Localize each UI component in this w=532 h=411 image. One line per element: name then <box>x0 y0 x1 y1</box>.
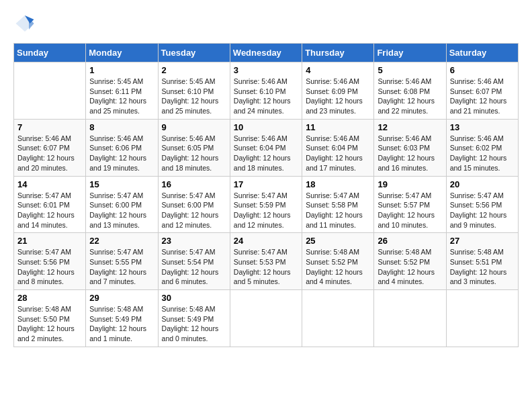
calendar-cell: 17Sunrise: 5:47 AM Sunset: 5:59 PM Dayli… <box>230 176 302 233</box>
calendar-cell: 30Sunrise: 5:48 AM Sunset: 5:49 PM Dayli… <box>158 290 230 347</box>
calendar-cell: 6Sunrise: 5:46 AM Sunset: 6:07 PM Daylig… <box>446 62 518 120</box>
day-number: 6 <box>450 65 515 75</box>
day-info: Sunrise: 5:46 AM Sunset: 6:05 PM Dayligh… <box>162 134 226 173</box>
day-number: 1 <box>89 65 154 75</box>
day-info: Sunrise: 5:47 AM Sunset: 5:58 PM Dayligh… <box>306 191 370 230</box>
day-number: 5 <box>378 65 442 75</box>
day-number: 26 <box>378 236 442 246</box>
calendar-cell: 10Sunrise: 5:46 AM Sunset: 6:04 PM Dayli… <box>230 119 302 176</box>
day-info: Sunrise: 5:46 AM Sunset: 6:03 PM Dayligh… <box>378 134 442 173</box>
day-number: 22 <box>89 236 154 246</box>
week-row-3: 14Sunrise: 5:47 AM Sunset: 6:01 PM Dayli… <box>14 176 519 233</box>
logo-icon <box>15 13 35 34</box>
day-info: Sunrise: 5:46 AM Sunset: 6:07 PM Dayligh… <box>17 134 82 173</box>
day-number: 18 <box>306 179 370 189</box>
day-info: Sunrise: 5:48 AM Sunset: 5:49 PM Dayligh… <box>162 304 226 344</box>
day-info: Sunrise: 5:47 AM Sunset: 6:00 PM Dayligh… <box>89 191 154 230</box>
calendar-cell: 2Sunrise: 5:45 AM Sunset: 6:10 PM Daylig… <box>158 62 230 120</box>
day-number: 19 <box>378 179 442 189</box>
calendar-cell: 13Sunrise: 5:46 AM Sunset: 6:02 PM Dayli… <box>446 119 518 176</box>
day-number: 3 <box>234 65 298 75</box>
day-info: Sunrise: 5:48 AM Sunset: 5:49 PM Dayligh… <box>89 304 154 344</box>
day-number: 29 <box>89 293 154 303</box>
day-info: Sunrise: 5:47 AM Sunset: 5:54 PM Dayligh… <box>162 247 226 287</box>
calendar-cell: 8Sunrise: 5:46 AM Sunset: 6:06 PM Daylig… <box>86 119 158 176</box>
calendar-cell: 7Sunrise: 5:46 AM Sunset: 6:07 PM Daylig… <box>14 119 86 176</box>
calendar-cell: 11Sunrise: 5:46 AM Sunset: 6:04 PM Dayli… <box>302 119 374 176</box>
calendar-cell <box>374 290 446 347</box>
day-info: Sunrise: 5:46 AM Sunset: 6:07 PM Dayligh… <box>450 77 515 116</box>
calendar-cell: 4Sunrise: 5:46 AM Sunset: 6:09 PM Daylig… <box>302 62 374 120</box>
day-info: Sunrise: 5:47 AM Sunset: 5:53 PM Dayligh… <box>234 247 298 287</box>
calendar-cell: 25Sunrise: 5:48 AM Sunset: 5:52 PM Dayli… <box>302 233 374 290</box>
day-info: Sunrise: 5:48 AM Sunset: 5:52 PM Dayligh… <box>306 247 370 287</box>
day-info: Sunrise: 5:46 AM Sunset: 6:02 PM Dayligh… <box>450 134 515 173</box>
day-number: 7 <box>17 122 82 132</box>
day-info: Sunrise: 5:47 AM Sunset: 6:01 PM Dayligh… <box>17 191 82 230</box>
day-number: 25 <box>306 236 370 246</box>
calendar-cell <box>230 290 302 347</box>
day-info: Sunrise: 5:46 AM Sunset: 6:04 PM Dayligh… <box>306 134 370 173</box>
day-info: Sunrise: 5:46 AM Sunset: 6:04 PM Dayligh… <box>234 134 298 173</box>
page-header <box>13 13 519 36</box>
calendar-cell: 3Sunrise: 5:46 AM Sunset: 6:10 PM Daylig… <box>230 62 302 120</box>
day-number: 27 <box>450 236 515 246</box>
day-number: 4 <box>306 65 370 75</box>
calendar-cell <box>302 290 374 347</box>
day-number: 16 <box>162 179 226 189</box>
day-info: Sunrise: 5:47 AM Sunset: 5:59 PM Dayligh… <box>234 191 298 230</box>
calendar-cell: 15Sunrise: 5:47 AM Sunset: 6:00 PM Dayli… <box>86 176 158 233</box>
calendar-cell <box>446 290 518 347</box>
day-number: 23 <box>162 236 226 246</box>
day-number: 10 <box>234 122 298 132</box>
day-info: Sunrise: 5:45 AM Sunset: 6:11 PM Dayligh… <box>89 77 154 116</box>
day-number: 13 <box>450 122 515 132</box>
header-sunday: Sunday <box>14 44 86 62</box>
calendar-cell: 20Sunrise: 5:47 AM Sunset: 5:56 PM Dayli… <box>446 176 518 233</box>
calendar-table: SundayMondayTuesdayWednesdayThursdayFrid… <box>13 43 519 347</box>
day-number: 8 <box>89 122 154 132</box>
header-saturday: Saturday <box>446 44 518 62</box>
day-info: Sunrise: 5:47 AM Sunset: 5:56 PM Dayligh… <box>17 247 82 287</box>
day-info: Sunrise: 5:47 AM Sunset: 5:55 PM Dayligh… <box>89 247 154 287</box>
day-number: 9 <box>162 122 226 132</box>
calendar-cell: 24Sunrise: 5:47 AM Sunset: 5:53 PM Dayli… <box>230 233 302 290</box>
week-row-5: 28Sunrise: 5:48 AM Sunset: 5:50 PM Dayli… <box>14 290 519 347</box>
calendar-cell: 14Sunrise: 5:47 AM Sunset: 6:01 PM Dayli… <box>14 176 86 233</box>
calendar-cell: 28Sunrise: 5:48 AM Sunset: 5:50 PM Dayli… <box>14 290 86 347</box>
day-number: 17 <box>234 179 298 189</box>
day-info: Sunrise: 5:47 AM Sunset: 5:57 PM Dayligh… <box>378 191 442 230</box>
day-number: 21 <box>17 236 82 246</box>
day-number: 20 <box>450 179 515 189</box>
day-number: 30 <box>162 293 226 303</box>
week-row-1: 1Sunrise: 5:45 AM Sunset: 6:11 PM Daylig… <box>14 62 519 120</box>
day-info: Sunrise: 5:46 AM Sunset: 6:10 PM Dayligh… <box>234 77 298 116</box>
day-number: 12 <box>378 122 442 132</box>
week-row-4: 21Sunrise: 5:47 AM Sunset: 5:56 PM Dayli… <box>14 233 519 290</box>
calendar-cell: 29Sunrise: 5:48 AM Sunset: 5:49 PM Dayli… <box>86 290 158 347</box>
day-info: Sunrise: 5:45 AM Sunset: 6:10 PM Dayligh… <box>162 77 226 116</box>
day-info: Sunrise: 5:46 AM Sunset: 6:06 PM Dayligh… <box>89 134 154 173</box>
week-row-2: 7Sunrise: 5:46 AM Sunset: 6:07 PM Daylig… <box>14 119 519 176</box>
calendar-cell: 21Sunrise: 5:47 AM Sunset: 5:56 PM Dayli… <box>14 233 86 290</box>
day-number: 15 <box>89 179 154 189</box>
header-monday: Monday <box>86 44 158 62</box>
logo <box>13 13 35 36</box>
calendar-cell: 18Sunrise: 5:47 AM Sunset: 5:58 PM Dayli… <box>302 176 374 233</box>
header-tuesday: Tuesday <box>158 44 230 62</box>
day-number: 14 <box>17 179 82 189</box>
day-number: 11 <box>306 122 370 132</box>
calendar-cell: 19Sunrise: 5:47 AM Sunset: 5:57 PM Dayli… <box>374 176 446 233</box>
day-number: 24 <box>234 236 298 246</box>
calendar-cell: 9Sunrise: 5:46 AM Sunset: 6:05 PM Daylig… <box>158 119 230 176</box>
day-info: Sunrise: 5:48 AM Sunset: 5:50 PM Dayligh… <box>17 304 82 344</box>
header-wednesday: Wednesday <box>230 44 302 62</box>
calendar-cell: 23Sunrise: 5:47 AM Sunset: 5:54 PM Dayli… <box>158 233 230 290</box>
day-info: Sunrise: 5:47 AM Sunset: 5:56 PM Dayligh… <box>450 191 515 230</box>
day-number: 28 <box>17 293 82 303</box>
calendar-cell: 26Sunrise: 5:48 AM Sunset: 5:52 PM Dayli… <box>374 233 446 290</box>
calendar-header-row: SundayMondayTuesdayWednesdayThursdayFrid… <box>14 44 519 62</box>
calendar-cell: 27Sunrise: 5:48 AM Sunset: 5:51 PM Dayli… <box>446 233 518 290</box>
day-info: Sunrise: 5:46 AM Sunset: 6:09 PM Dayligh… <box>306 77 370 116</box>
calendar-cell: 22Sunrise: 5:47 AM Sunset: 5:55 PM Dayli… <box>86 233 158 290</box>
